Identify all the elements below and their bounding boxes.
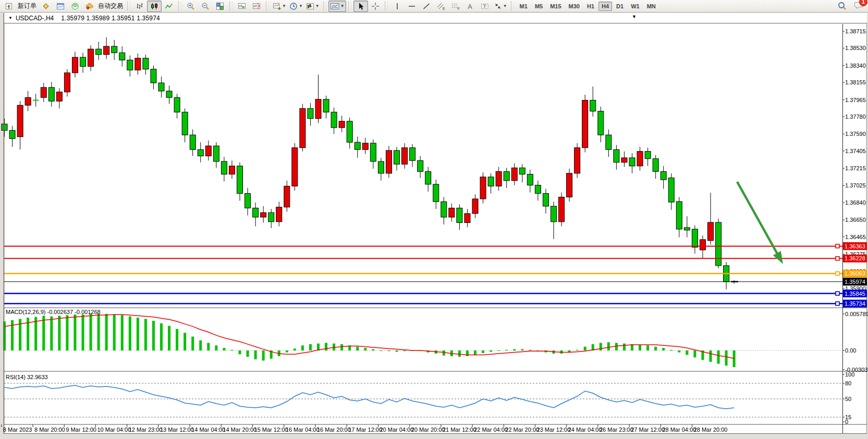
macd-bar	[615, 343, 618, 350]
time-tick-label: 24 Mar 04:00	[568, 427, 602, 433]
macd-bar	[325, 343, 327, 350]
time-tick-label: 15 Mar 12:00	[254, 427, 288, 433]
current-price-label: 1.35974	[843, 278, 867, 285]
candle-body	[323, 99, 329, 112]
candle-body	[480, 177, 486, 199]
candle-body	[354, 142, 360, 149]
macd-bar	[380, 350, 382, 351]
candle-body	[418, 160, 423, 171]
macd-bar	[396, 350, 398, 352]
price-label-1.35845-text: 1.35845	[845, 291, 865, 297]
macd-bar	[443, 350, 445, 356]
macd-bar	[66, 315, 68, 350]
candle-body	[433, 184, 439, 202]
candle-body	[629, 158, 635, 166]
candle-body	[684, 228, 690, 230]
time-tick-label: 28 Mar 04:00	[662, 427, 696, 433]
candle-body	[253, 208, 259, 217]
candle-body	[221, 161, 227, 174]
macd-bar	[286, 350, 288, 353]
candle-body	[676, 202, 682, 229]
window-menu-icon[interactable]: ▼	[8, 16, 13, 20]
hline-handle[interactable]	[836, 272, 839, 275]
candle-body	[668, 178, 674, 202]
time-tick-label: 16 Mar 04:00	[286, 427, 320, 433]
chart-ohlc-quotes: 1.35979 1.35989 1.35951 1.35974	[61, 15, 160, 22]
candle-body	[96, 49, 102, 55]
candle-body	[48, 87, 54, 101]
hline-handle[interactable]	[836, 302, 839, 305]
macd-bar	[662, 348, 665, 350]
candle-body	[519, 168, 525, 174]
candle-body	[17, 105, 23, 137]
candle-body	[104, 46, 109, 55]
macd-bar	[340, 344, 343, 350]
candle-body	[386, 150, 392, 173]
macd-bar	[529, 350, 531, 350]
time-tick-label: 22 Mar 04:00	[474, 427, 508, 433]
time-tick-label: 10 Mar 04:00	[97, 427, 131, 433]
macd-bar	[121, 315, 124, 350]
macd-bar	[137, 318, 139, 350]
candle-body	[692, 229, 698, 247]
macd-bar	[262, 350, 265, 360]
time-tick-label: 13 Mar 12:00	[160, 427, 194, 433]
candle-body	[292, 148, 298, 186]
macd-bar	[247, 350, 249, 357]
candle-body	[559, 197, 565, 221]
candle-body	[182, 112, 188, 135]
time-tick-label: 9 Mar 12:00	[66, 427, 96, 433]
price-label-1.36363-text: 1.36363	[845, 243, 865, 249]
price-tick-label: 1.37780	[845, 114, 866, 120]
candle-body	[425, 171, 431, 184]
candle-body	[606, 135, 612, 149]
candle-body	[284, 186, 290, 207]
macd-bar	[364, 348, 366, 350]
chart-window-titlebar: ▼ USDCAD-,H4 1.35979 1.35989 1.35951 1.3…	[4, 13, 867, 23]
candle-body	[370, 143, 376, 161]
candle-body	[151, 69, 156, 83]
candle-body	[504, 171, 509, 181]
candle-body	[410, 148, 415, 161]
macd-tick-label: 0.005789	[845, 311, 868, 317]
candle-body	[551, 206, 557, 222]
time-tick-label: 23 Mar 12:00	[537, 427, 571, 433]
macd-bar	[50, 317, 53, 350]
candle-body	[245, 193, 251, 208]
candle-body	[119, 53, 125, 60]
rsi-tick-label: 80	[845, 380, 851, 386]
macd-bar	[733, 350, 736, 367]
candle-body	[198, 149, 203, 156]
candle-body	[166, 91, 172, 97]
hline-handle[interactable]	[836, 292, 839, 295]
candle-body	[56, 92, 62, 102]
macd-bar	[301, 345, 304, 350]
price-label-1.36228: 1.36228	[843, 255, 867, 262]
macd-bar	[372, 349, 374, 350]
time-tick-label: 14 Mar 20:00	[223, 427, 256, 433]
rsi-tick-label: 50	[845, 396, 851, 402]
candle-body	[205, 146, 211, 156]
time-tick-label: 8 Mar 2023	[3, 427, 32, 433]
price-tick-label: 1.36650	[845, 217, 866, 223]
time-tick-label: 14 Mar 04:00	[191, 427, 225, 433]
candle-body	[488, 177, 494, 186]
price-label-1.35734-text: 1.35734	[845, 300, 865, 307]
macd-bar	[239, 350, 241, 354]
macd-bar	[710, 350, 712, 362]
macd-bar	[215, 345, 217, 350]
candle-body	[472, 199, 478, 214]
price-tick-label: 1.37215	[845, 165, 866, 171]
time-tick-label: 26 Mar 23:00	[600, 427, 633, 433]
price-tick-label: 1.38340	[845, 62, 866, 69]
price-label-1.35845: 1.35845	[843, 290, 867, 297]
macd-bar	[90, 314, 92, 350]
hline-handle[interactable]	[836, 244, 839, 248]
price-tick-label: 1.37965	[845, 97, 866, 103]
macd-bar	[513, 349, 516, 350]
candle-body	[127, 60, 133, 70]
hline-handle[interactable]	[836, 257, 839, 260]
candle-body	[582, 100, 588, 147]
macd-bar	[168, 326, 170, 350]
price-label-1.36063: 1.36063	[843, 270, 867, 278]
